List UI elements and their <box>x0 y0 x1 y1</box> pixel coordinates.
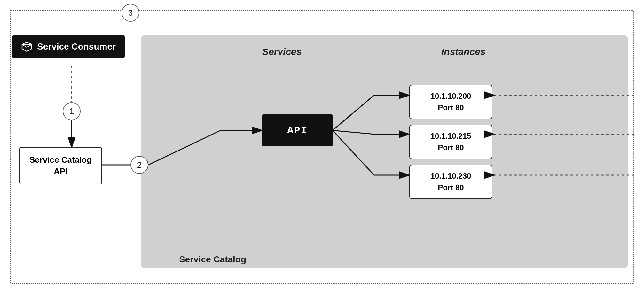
api-box: API <box>262 114 333 146</box>
service-catalog-api-box: Service CatalogAPI <box>19 147 102 184</box>
service-catalog-api-label: Service CatalogAPI <box>29 155 92 176</box>
service-catalog-panel <box>141 35 628 268</box>
instance3-ip: 10.1.10.230 <box>431 172 471 180</box>
instances-label: Instances <box>441 46 485 57</box>
instance-box-2: 10.1.10.215 Port 80 <box>409 125 492 159</box>
instance2-port: Port 80 <box>438 143 464 152</box>
service-catalog-label: Service Catalog <box>179 254 246 265</box>
step3-circle: 3 <box>122 4 139 22</box>
instance1-port: Port 80 <box>438 103 464 112</box>
instance-box-1: 10.1.10.200 Port 80 <box>409 85 492 119</box>
service-consumer-label: Service Consumer <box>37 42 116 52</box>
services-label: Services <box>262 46 302 57</box>
instance2-ip: 10.1.10.215 <box>431 132 471 140</box>
step1-circle: 1 <box>63 102 81 120</box>
service-consumer-box: Service Consumer <box>12 35 125 58</box>
cube-icon <box>21 41 33 52</box>
step2-circle: 2 <box>130 156 148 174</box>
diagram-container: 3 Service Consumer 1 Service CatalogAPI … <box>0 0 644 294</box>
instance1-ip: 10.1.10.200 <box>431 92 471 100</box>
instance-box-3: 10.1.10.230 Port 80 <box>409 165 492 199</box>
instance3-port: Port 80 <box>438 183 464 192</box>
